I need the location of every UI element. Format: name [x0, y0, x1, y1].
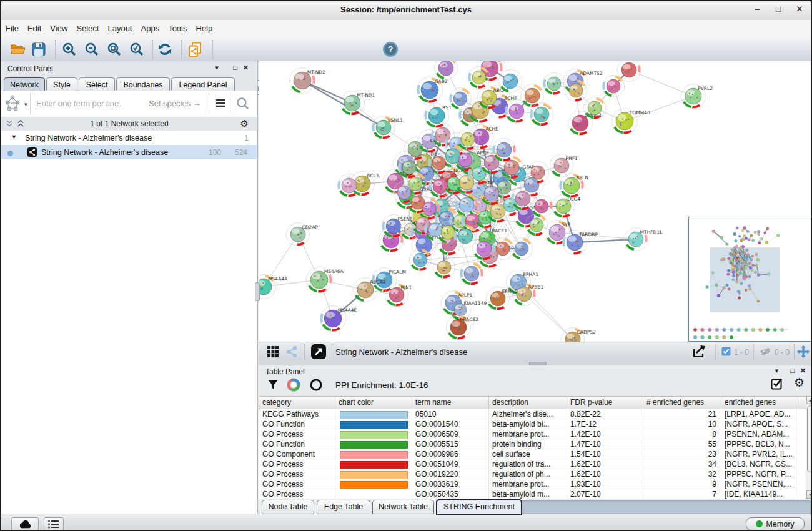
panel-menu-icon[interactable]: ▾ [215, 64, 219, 72]
set-species-label[interactable]: Set species → [149, 99, 201, 108]
string-logo-icon[interactable]: STRING ▾ [4, 94, 29, 113]
cell-genes: [LRP1, APOE, AD... [721, 409, 798, 419]
minimize-button[interactable]: – [750, 4, 765, 14]
table-panel-menu-icon[interactable]: ▾ [775, 367, 778, 375]
refresh-icon[interactable] [157, 42, 172, 57]
chart-color-cell [335, 449, 412, 459]
enrichment-chart-icon[interactable] [287, 378, 300, 392]
cell-term: GO:0051049 [412, 459, 489, 469]
help-icon[interactable]: ? [382, 41, 399, 57]
color-swatch [340, 471, 408, 479]
control-panel: Control Panel ▾ □ ✕ NetworkStyleSelectBo… [1, 61, 258, 514]
table-scrollbar[interactable]: ▲ ▼ [806, 396, 812, 499]
selected-checkbox-icon[interactable] [721, 347, 731, 356]
maximize-button[interactable]: □ [771, 4, 786, 14]
table-panel-close-icon[interactable]: ✕ [800, 367, 806, 375]
network-row[interactable]: String Network - Alzheimer's disease 100… [1, 145, 257, 159]
svg-text:PVRL2: PVRL2 [698, 86, 713, 91]
task-list-button[interactable] [44, 517, 64, 530]
birdseye-view[interactable] [688, 217, 812, 342]
tab-node-table[interactable]: Node Table [262, 500, 314, 514]
table-row[interactable]: GO ProcessGO:0006509membrane prot...1.42… [259, 429, 806, 439]
table-row[interactable]: GO ProcessGO:0051049regulation of tra...… [259, 459, 806, 469]
save-icon[interactable] [31, 42, 46, 57]
cell-term: GO:0006509 [412, 429, 489, 439]
svg-text:BCL3: BCL3 [367, 173, 379, 179]
network-node-count: 100 [209, 148, 221, 157]
grid-view-icon[interactable] [267, 345, 279, 358]
menu-apps[interactable]: Apps [137, 20, 164, 33]
menu-file[interactable]: File [1, 20, 23, 33]
table-row[interactable]: GO ProcessGO:0050435beta-amyloid m...2.0… [259, 489, 806, 499]
table-row[interactable]: GO ProcessGO:0019220regulation of ph...1… [259, 469, 806, 479]
scroll-thumb[interactable] [807, 405, 812, 472]
svg-text:?: ? [388, 44, 394, 54]
table-panel-float-icon[interactable]: □ [790, 367, 795, 374]
cell-count: 23 [643, 449, 721, 459]
copy-network-icon[interactable] [186, 42, 204, 58]
menu-help[interactable]: Help [192, 20, 217, 33]
string-query-input[interactable]: Enter one term per line. [36, 99, 121, 108]
menu-edit[interactable]: Edit [23, 20, 46, 33]
network-view-title: String Network - Alzheimer's disease [335, 347, 467, 357]
network-options-gear-icon[interactable]: ⚙ [240, 118, 249, 129]
svg-text:MT-ND2: MT-ND2 [307, 69, 325, 75]
export-network-icon[interactable] [692, 344, 708, 359]
panel-splitter-handle[interactable] [255, 282, 260, 301]
column-header[interactable]: term name [412, 397, 489, 409]
scroll-down-icon[interactable]: ▼ [806, 490, 812, 499]
menu-view[interactable]: View [46, 20, 72, 33]
scroll-up-icon[interactable]: ▲ [806, 396, 812, 404]
hidden-eye-icon[interactable] [760, 347, 771, 356]
tab-network-table[interactable]: Network Table [372, 500, 434, 514]
tab-string-enrichment[interactable]: STRING Enrichment [436, 499, 522, 515]
cell-term: GO:0019220 [412, 469, 489, 479]
zoom-selected-icon[interactable] [129, 42, 145, 58]
table-settings-gear-icon[interactable]: ⚙ [794, 375, 805, 390]
string-options-icon[interactable] [215, 98, 226, 108]
column-header[interactable]: chart color [335, 397, 412, 409]
cloud-button[interactable] [11, 517, 39, 530]
svg-text:PICALM: PICALM [389, 269, 406, 275]
pan-tool-icon[interactable] [796, 344, 811, 359]
network-collection-row[interactable]: ▼ String Network - Alzheimer's disease 1 [1, 131, 257, 146]
select-columns-icon[interactable] [771, 377, 783, 390]
cell-count: 34 [643, 459, 721, 469]
menu-layout[interactable]: Layout [103, 20, 136, 33]
string-query-bar: STRING ▾ Enter one term per line. Set sp… [1, 91, 257, 117]
color-swatch [340, 431, 408, 439]
column-header[interactable]: category [259, 397, 335, 409]
table-row[interactable]: GO FunctionGO:0001540beta-amyloid bi...1… [259, 419, 806, 429]
zoom-in-icon[interactable] [61, 42, 77, 58]
table-row[interactable]: GO ComponentGO:0009986cell surface1.54E-… [259, 449, 806, 459]
tab-edge-table[interactable]: Edge Table [317, 500, 370, 514]
panel-float-icon[interactable]: □ [233, 64, 237, 71]
menu-tools[interactable]: Tools [164, 20, 191, 33]
collection-expand-icon[interactable]: ▼ [11, 134, 17, 140]
zoom-fit-icon[interactable] [106, 42, 122, 58]
open-folder-icon[interactable] [10, 42, 26, 57]
cell-fdr: 8.82E-22 [567, 409, 643, 419]
chart-color-cell [335, 489, 412, 499]
cell-fdr: 1.42E-10 [567, 429, 643, 439]
string-search-icon[interactable] [236, 97, 250, 111]
menu-select[interactable]: Select [72, 20, 103, 33]
color-swatch [340, 441, 408, 449]
column-header[interactable]: description [489, 397, 567, 409]
table-row[interactable]: GO FunctionGO:0005515protein binding1.47… [259, 439, 806, 449]
ring-chart-icon[interactable] [309, 378, 323, 392]
column-header[interactable]: enriched genes [721, 397, 798, 409]
zoom-out-icon[interactable] [84, 42, 100, 58]
table-row[interactable]: GO ProcessGO:0033619membrane prot...1.93… [259, 479, 806, 489]
filter-funnel-icon[interactable] [267, 379, 279, 391]
column-header[interactable]: # enriched genes [643, 397, 721, 409]
table-row[interactable]: KEGG Pathways05010Alzheimer's dise...8.8… [259, 409, 806, 419]
panel-close-icon[interactable]: ✕ [243, 64, 249, 72]
svg-text:CADPS2: CADPS2 [577, 329, 596, 335]
close-button[interactable]: ✕ [792, 4, 807, 14]
birdseye-toggle-icon[interactable] [285, 345, 298, 358]
open-in-window-icon[interactable] [310, 344, 327, 360]
memory-button[interactable]: Memory [746, 517, 805, 530]
cell-category: GO Process [259, 479, 335, 489]
column-header[interactable]: FDR p-value [567, 397, 643, 409]
